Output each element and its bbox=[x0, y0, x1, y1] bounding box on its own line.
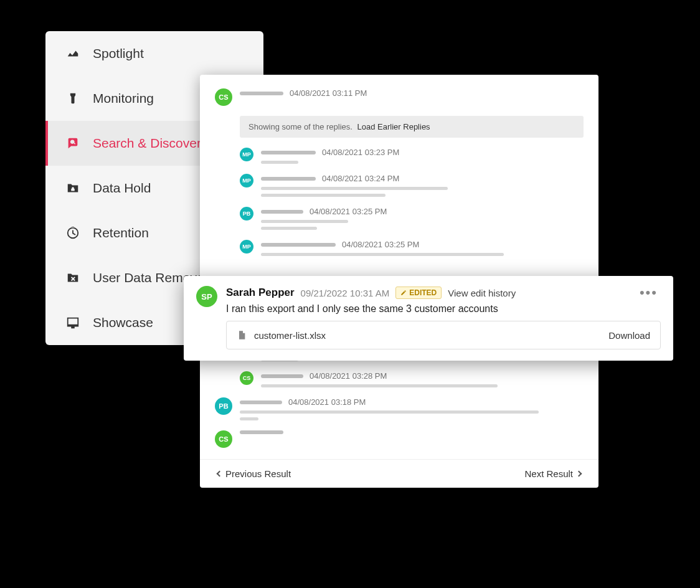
replies-bar-text: Showing some of the replies. bbox=[248, 122, 352, 131]
message-header: 04/08/2021 03:11 PM bbox=[240, 88, 584, 98]
sidebar-item-spotlight[interactable]: Spotlight bbox=[45, 31, 263, 76]
message-header: 04/08/2021 03:18 PM bbox=[240, 397, 584, 407]
pencil-icon bbox=[400, 290, 407, 296]
sidebar-item-label: Spotlight bbox=[93, 46, 144, 61]
author-placeholder bbox=[240, 92, 283, 95]
text-placeholder bbox=[261, 227, 317, 230]
message-header: 04/08/2021 03:25 PM bbox=[261, 240, 584, 249]
sidebar-item-label: Monitoring bbox=[93, 91, 154, 106]
text-placeholder bbox=[261, 220, 348, 223]
author-placeholder bbox=[261, 243, 336, 247]
previous-result-button[interactable]: Previous Result bbox=[217, 468, 291, 479]
message-header: 04/08/2021 03:28 PM bbox=[261, 371, 584, 381]
author-placeholder bbox=[261, 210, 303, 214]
message-timestamp: 04/08/2021 03:25 PM bbox=[342, 240, 419, 249]
flashlight-icon bbox=[65, 91, 80, 106]
message-timestamp: 09/21/2022 10:31 AM bbox=[301, 288, 390, 298]
sidebar-item-label: Data Hold bbox=[93, 181, 151, 196]
message-row[interactable]: CS bbox=[215, 425, 584, 453]
analytics-icon bbox=[65, 46, 80, 61]
text-placeholder bbox=[240, 417, 258, 420]
message-body: 04/08/2021 03:25 PM bbox=[261, 240, 584, 256]
monitor-icon bbox=[65, 315, 80, 330]
message-body bbox=[240, 430, 584, 448]
avatar: SP bbox=[196, 286, 217, 307]
text-placeholder bbox=[240, 410, 539, 414]
message-body: 04/08/2021 03:18 PM bbox=[240, 397, 584, 420]
pager-label: Previous Result bbox=[225, 468, 291, 479]
avatar: PB bbox=[215, 397, 232, 415]
avatar: CS bbox=[215, 88, 232, 106]
author-placeholder bbox=[240, 401, 282, 404]
next-result-button[interactable]: Next Result bbox=[524, 468, 581, 479]
attachment: customer-list.xlsx Download bbox=[226, 321, 661, 349]
message-row[interactable]: MP04/08/2021 03:24 PM bbox=[240, 169, 584, 202]
message-timestamp: 04/08/2021 03:24 PM bbox=[322, 174, 399, 183]
text-placeholder bbox=[261, 161, 298, 164]
chevron-left-icon bbox=[217, 471, 223, 477]
message-row[interactable]: MP04/08/2021 03:25 PM bbox=[240, 235, 584, 261]
avatar: MP bbox=[240, 148, 253, 161]
author-placeholder bbox=[240, 430, 283, 434]
message-detail: SP Sarah Pepper 09/21/2022 10:31 AM EDIT… bbox=[184, 276, 673, 361]
message-row[interactable]: PB04/08/2021 03:25 PM bbox=[240, 202, 584, 235]
author-placeholder bbox=[261, 151, 316, 154]
view-edit-history-link[interactable]: View edit history bbox=[448, 288, 516, 298]
search-bubble-icon bbox=[65, 136, 80, 151]
replies-bar: Showing some of the replies. Load Earlie… bbox=[240, 116, 584, 138]
file-icon bbox=[237, 329, 247, 341]
sidebar-item-label: Showcase bbox=[93, 315, 153, 330]
message-body: 04/08/2021 03:11 PM bbox=[240, 88, 584, 106]
clock-check-icon bbox=[65, 225, 80, 240]
author-placeholder bbox=[261, 374, 303, 378]
chevron-right-icon bbox=[576, 471, 582, 477]
message-body: 04/08/2021 03:24 PM bbox=[261, 174, 584, 197]
message-timestamp: 04/08/2021 03:11 PM bbox=[290, 88, 367, 98]
message-row[interactable]: MP04/08/2021 03:23 PM bbox=[240, 143, 584, 169]
lock-folder-icon bbox=[65, 181, 80, 196]
pager-label: Next Result bbox=[524, 468, 573, 479]
message-header bbox=[240, 430, 584, 434]
message-header: 04/08/2021 03:24 PM bbox=[261, 174, 584, 183]
author-name: Sarah Pepper bbox=[226, 287, 295, 299]
message-body: 04/08/2021 03:25 PM bbox=[261, 207, 584, 230]
message-timestamp: 04/08/2021 03:18 PM bbox=[288, 397, 366, 407]
message-timestamp: 04/08/2021 03:28 PM bbox=[310, 371, 387, 381]
message-body: 04/08/2021 03:28 PM bbox=[261, 371, 584, 387]
sidebar-item-label: Search & Discovery bbox=[93, 136, 207, 151]
message-text: I ran this export and I only see the sam… bbox=[226, 303, 661, 315]
sidebar-item-label: Retention bbox=[93, 225, 149, 240]
edited-label: EDITED bbox=[409, 288, 437, 297]
pager: Previous Result Next Result bbox=[200, 459, 598, 488]
message-timestamp: 04/08/2021 03:25 PM bbox=[310, 207, 387, 216]
edited-badge: EDITED bbox=[395, 287, 442, 299]
message-detail-body: Sarah Pepper 09/21/2022 10:31 AM EDITED … bbox=[226, 286, 661, 349]
text-placeholder bbox=[261, 187, 448, 190]
load-earlier-replies-link[interactable]: Load Earlier Replies bbox=[355, 122, 430, 131]
text-placeholder bbox=[261, 194, 385, 197]
avatar: CS bbox=[215, 430, 232, 448]
message-row[interactable]: PB04/08/2021 03:18 PM bbox=[215, 392, 584, 425]
message-timestamp: 04/08/2021 03:23 PM bbox=[322, 148, 399, 157]
avatar: MP bbox=[240, 174, 253, 187]
delete-folder-icon bbox=[65, 270, 80, 285]
download-button[interactable]: Download bbox=[608, 330, 650, 341]
avatar: MP bbox=[240, 240, 253, 254]
author-placeholder bbox=[261, 177, 316, 181]
attachment-filename: customer-list.xlsx bbox=[254, 330, 326, 341]
more-actions-button[interactable]: ••• bbox=[636, 286, 661, 300]
avatar: PB bbox=[240, 207, 253, 220]
message-header: 04/08/2021 03:25 PM bbox=[261, 207, 584, 216]
avatar: CS bbox=[240, 371, 253, 385]
text-placeholder bbox=[261, 384, 498, 387]
message-row[interactable]: CS04/08/2021 03:28 PM bbox=[240, 366, 584, 392]
message-header: Sarah Pepper 09/21/2022 10:31 AM EDITED … bbox=[226, 286, 661, 300]
message-row[interactable]: CS04/08/2021 03:11 PM bbox=[215, 83, 584, 111]
message-body: 04/08/2021 03:23 PM bbox=[261, 148, 584, 164]
message-header: 04/08/2021 03:23 PM bbox=[261, 148, 584, 157]
text-placeholder bbox=[261, 253, 504, 256]
